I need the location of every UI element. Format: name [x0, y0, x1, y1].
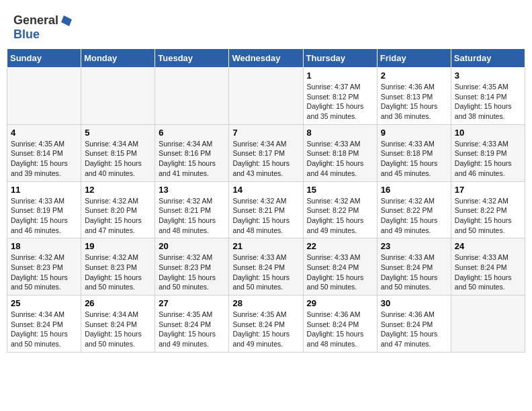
calendar-cell: 29Sunrise: 4:36 AMSunset: 8:24 PMDayligh…	[303, 295, 377, 353]
logo: General Blue	[13, 13, 72, 42]
day-number: 15	[307, 185, 373, 195]
calendar-cell	[155, 68, 229, 125]
day-number: 7	[232, 128, 299, 138]
day-number: 16	[381, 185, 447, 195]
day-number: 6	[159, 128, 225, 138]
day-number: 29	[307, 298, 373, 308]
day-number: 9	[381, 128, 447, 138]
calendar-cell: 23Sunrise: 4:33 AMSunset: 8:24 PMDayligh…	[377, 238, 451, 295]
day-info: Sunrise: 4:36 AMSunset: 8:24 PMDaylight:…	[307, 310, 373, 349]
day-number: 25	[11, 298, 77, 308]
day-info: Sunrise: 4:32 AMSunset: 8:20 PMDaylight:…	[85, 196, 151, 236]
day-number: 30	[381, 298, 447, 308]
calendar-cell: 10Sunrise: 4:33 AMSunset: 8:19 PMDayligh…	[451, 124, 525, 181]
calendar-week-row: 4Sunrise: 4:35 AMSunset: 8:14 PMDaylight…	[7, 124, 525, 181]
day-info: Sunrise: 4:33 AMSunset: 8:24 PMDaylight:…	[307, 253, 373, 292]
calendar-cell: 12Sunrise: 4:32 AMSunset: 8:20 PMDayligh…	[81, 181, 155, 238]
day-info: Sunrise: 4:33 AMSunset: 8:24 PMDaylight:…	[455, 253, 521, 292]
day-info: Sunrise: 4:34 AMSunset: 8:17 PMDaylight:…	[232, 139, 299, 179]
logo-blue: Blue	[13, 28, 40, 42]
day-info: Sunrise: 4:34 AMSunset: 8:15 PMDaylight:…	[85, 139, 151, 179]
day-info: Sunrise: 4:34 AMSunset: 8:24 PMDaylight:…	[11, 310, 77, 349]
day-info: Sunrise: 4:35 AMSunset: 8:14 PMDaylight:…	[455, 82, 521, 122]
day-info: Sunrise: 4:33 AMSunset: 8:19 PMDaylight:…	[455, 139, 521, 179]
calendar-cell: 6Sunrise: 4:34 AMSunset: 8:16 PMDaylight…	[155, 124, 229, 181]
day-number: 13	[159, 185, 225, 195]
calendar-table: SundayMondayTuesdayWednesdayThursdayFrid…	[7, 48, 525, 353]
day-info: Sunrise: 4:33 AMSunset: 8:18 PMDaylight:…	[307, 139, 373, 179]
calendar-cell: 3Sunrise: 4:35 AMSunset: 8:14 PMDaylight…	[451, 68, 525, 125]
day-info: Sunrise: 4:32 AMSunset: 8:23 PMDaylight:…	[11, 253, 77, 292]
day-info: Sunrise: 4:36 AMSunset: 8:24 PMDaylight:…	[381, 310, 447, 349]
day-number: 23	[381, 241, 447, 251]
calendar-cell: 15Sunrise: 4:32 AMSunset: 8:22 PMDayligh…	[303, 181, 377, 238]
calendar-cell: 11Sunrise: 4:33 AMSunset: 8:19 PMDayligh…	[7, 181, 81, 238]
calendar-cell: 21Sunrise: 4:33 AMSunset: 8:24 PMDayligh…	[229, 238, 303, 295]
calendar-cell: 13Sunrise: 4:32 AMSunset: 8:21 PMDayligh…	[155, 181, 229, 238]
day-number: 28	[232, 298, 299, 308]
day-number: 2	[381, 71, 447, 81]
calendar-cell: 27Sunrise: 4:35 AMSunset: 8:24 PMDayligh…	[155, 295, 229, 353]
calendar-cell: 16Sunrise: 4:32 AMSunset: 8:22 PMDayligh…	[377, 181, 451, 238]
day-info: Sunrise: 4:32 AMSunset: 8:23 PMDaylight:…	[85, 253, 151, 292]
calendar-cell: 14Sunrise: 4:32 AMSunset: 8:21 PMDayligh…	[229, 181, 303, 238]
calendar-week-row: 25Sunrise: 4:34 AMSunset: 8:24 PMDayligh…	[7, 295, 525, 353]
weekday-header: Friday	[377, 49, 451, 68]
day-info: Sunrise: 4:35 AMSunset: 8:24 PMDaylight:…	[232, 310, 299, 349]
calendar-cell: 2Sunrise: 4:36 AMSunset: 8:13 PMDaylight…	[377, 68, 451, 125]
calendar-cell: 17Sunrise: 4:32 AMSunset: 8:22 PMDayligh…	[451, 181, 525, 238]
calendar-cell: 25Sunrise: 4:34 AMSunset: 8:24 PMDayligh…	[7, 295, 81, 353]
calendar-cell: 30Sunrise: 4:36 AMSunset: 8:24 PMDayligh…	[377, 295, 451, 353]
day-number: 1	[307, 71, 373, 81]
day-info: Sunrise: 4:37 AMSunset: 8:12 PMDaylight:…	[307, 82, 373, 122]
calendar-cell	[81, 68, 155, 125]
day-info: Sunrise: 4:33 AMSunset: 8:24 PMDaylight:…	[232, 253, 299, 292]
calendar-cell: 8Sunrise: 4:33 AMSunset: 8:18 PMDaylight…	[303, 124, 377, 181]
calendar-cell: 20Sunrise: 4:32 AMSunset: 8:23 PMDayligh…	[155, 238, 229, 295]
day-number: 18	[11, 241, 77, 251]
day-info: Sunrise: 4:32 AMSunset: 8:21 PMDaylight:…	[159, 196, 225, 236]
logo-general: General	[13, 13, 58, 28]
day-number: 10	[455, 128, 521, 138]
weekday-header: Monday	[81, 49, 155, 68]
calendar-cell: 9Sunrise: 4:33 AMSunset: 8:18 PMDaylight…	[377, 124, 451, 181]
day-number: 8	[307, 128, 373, 138]
day-info: Sunrise: 4:34 AMSunset: 8:16 PMDaylight:…	[159, 139, 225, 179]
day-info: Sunrise: 4:32 AMSunset: 8:22 PMDaylight:…	[381, 196, 447, 236]
day-number: 5	[85, 128, 151, 138]
calendar-cell	[229, 68, 303, 125]
day-number: 21	[232, 241, 299, 251]
calendar-cell	[451, 295, 525, 353]
day-info: Sunrise: 4:32 AMSunset: 8:22 PMDaylight:…	[307, 196, 373, 236]
day-info: Sunrise: 4:33 AMSunset: 8:18 PMDaylight:…	[381, 139, 447, 179]
calendar-week-row: 1Sunrise: 4:37 AMSunset: 8:12 PMDaylight…	[7, 68, 525, 125]
day-info: Sunrise: 4:33 AMSunset: 8:19 PMDaylight:…	[11, 196, 77, 236]
day-number: 14	[232, 185, 299, 195]
calendar-week-row: 18Sunrise: 4:32 AMSunset: 8:23 PMDayligh…	[7, 238, 525, 295]
day-number: 26	[85, 298, 151, 308]
day-info: Sunrise: 4:34 AMSunset: 8:24 PMDaylight:…	[85, 310, 151, 349]
day-number: 4	[11, 128, 77, 138]
day-info: Sunrise: 4:32 AMSunset: 8:23 PMDaylight:…	[159, 253, 225, 292]
calendar-cell: 28Sunrise: 4:35 AMSunset: 8:24 PMDayligh…	[229, 295, 303, 353]
day-number: 17	[455, 185, 521, 195]
day-info: Sunrise: 4:32 AMSunset: 8:22 PMDaylight:…	[455, 196, 521, 236]
svg-marker-0	[61, 15, 72, 26]
weekday-header: Thursday	[303, 49, 377, 68]
calendar-cell	[7, 68, 81, 125]
header: General Blue	[7, 7, 525, 45]
day-info: Sunrise: 4:36 AMSunset: 8:13 PMDaylight:…	[381, 82, 447, 122]
calendar-cell: 19Sunrise: 4:32 AMSunset: 8:23 PMDayligh…	[81, 238, 155, 295]
calendar-cell: 22Sunrise: 4:33 AMSunset: 8:24 PMDayligh…	[303, 238, 377, 295]
weekday-header: Saturday	[451, 49, 525, 68]
logo-icon	[58, 14, 72, 28]
day-number: 12	[85, 185, 151, 195]
weekday-header: Sunday	[7, 49, 81, 68]
day-number: 20	[159, 241, 225, 251]
calendar-cell: 1Sunrise: 4:37 AMSunset: 8:12 PMDaylight…	[303, 68, 377, 125]
day-number: 19	[85, 241, 151, 251]
calendar-cell: 26Sunrise: 4:34 AMSunset: 8:24 PMDayligh…	[81, 295, 155, 353]
day-info: Sunrise: 4:35 AMSunset: 8:24 PMDaylight:…	[159, 310, 225, 349]
day-number: 27	[159, 298, 225, 308]
day-info: Sunrise: 4:33 AMSunset: 8:24 PMDaylight:…	[381, 253, 447, 292]
